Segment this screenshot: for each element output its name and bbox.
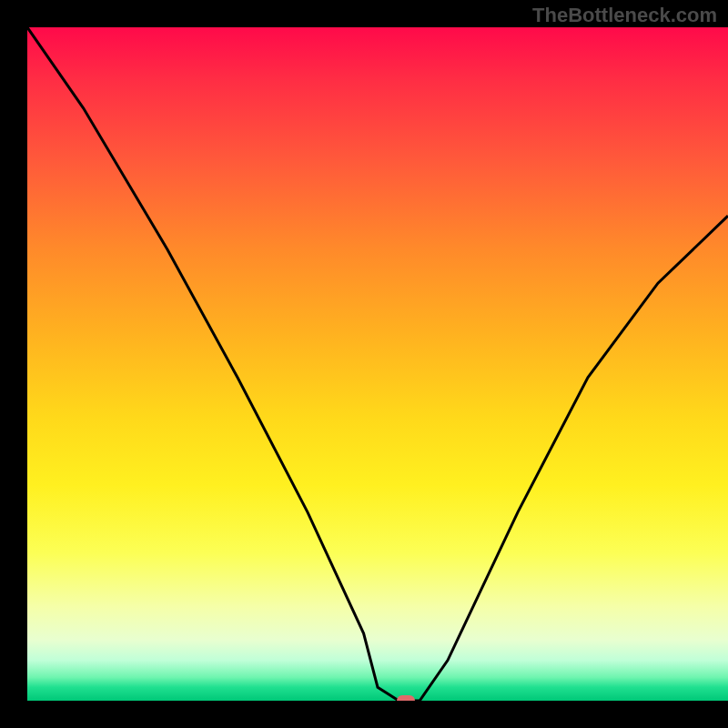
optimum-marker bbox=[397, 695, 415, 701]
bottleneck-curve bbox=[27, 27, 728, 701]
watermark-text: TheBottleneck.com bbox=[532, 4, 717, 27]
plot-area bbox=[27, 27, 728, 701]
